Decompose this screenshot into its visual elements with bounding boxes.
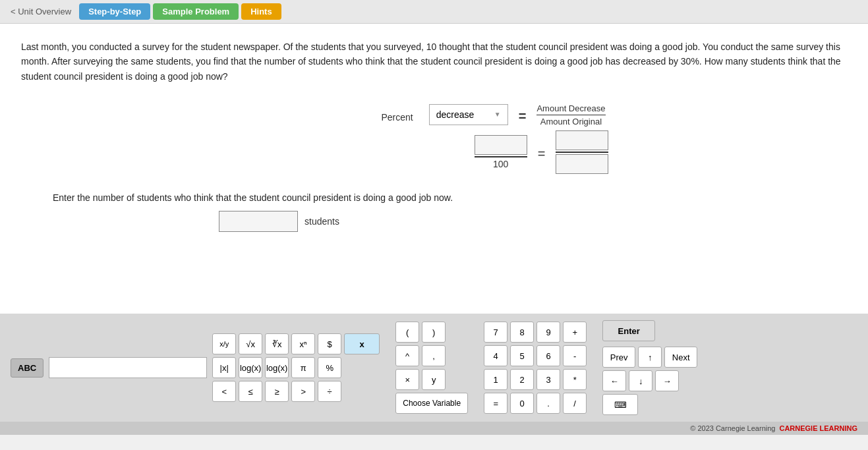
left-fraction: 100 bbox=[475, 135, 527, 169]
divide-key[interactable]: ÷ bbox=[318, 381, 341, 402]
key-7[interactable]: 7 bbox=[484, 322, 507, 343]
rhs-fraction-line bbox=[556, 152, 608, 153]
sample-problem-button[interactable]: Sample Problem bbox=[153, 3, 239, 20]
percent-label: Percent bbox=[382, 112, 419, 123]
decrease-dropdown[interactable]: decrease ▼ bbox=[429, 104, 508, 125]
brand-text: CARNEGIE LEARNING bbox=[779, 424, 857, 432]
caret-key[interactable]: ^ bbox=[395, 345, 419, 366]
log-key[interactable]: log(x) bbox=[239, 357, 262, 378]
key-3[interactable]: 3 bbox=[536, 369, 560, 390]
multiply-key[interactable]: × bbox=[395, 369, 419, 390]
unit-overview-link[interactable]: < Unit Overview bbox=[5, 4, 76, 19]
sqrt-key[interactable]: √x bbox=[239, 333, 262, 354]
problem-text: Last month, you conducted a survey for t… bbox=[21, 40, 845, 84]
percent-numerator-input[interactable] bbox=[475, 135, 527, 155]
students-label: students bbox=[304, 216, 339, 227]
copyright-text: © 2023 Carnegie Learning bbox=[690, 424, 775, 432]
enter-button[interactable]: Enter bbox=[602, 320, 655, 341]
key-0[interactable]: 0 bbox=[510, 393, 534, 414]
math-keys-group: x/y √x ∛x xⁿ $ x |x| log(x) log(x) π % <… bbox=[212, 333, 380, 402]
carnegie-logo: © 2023 Carnegie Learning CARNEGIE LEARNI… bbox=[690, 424, 857, 432]
down-arrow-key[interactable]: ↓ bbox=[629, 370, 652, 391]
key-equals[interactable]: = bbox=[484, 393, 507, 414]
power-key[interactable]: xⁿ bbox=[291, 333, 315, 354]
prev-button[interactable]: Prev bbox=[602, 347, 635, 368]
up-arrow-key[interactable]: ↑ bbox=[638, 347, 662, 368]
fraction-bottom-100: 100 bbox=[493, 159, 508, 169]
instruction-text: Enter the number of students who think t… bbox=[21, 192, 847, 203]
key-5[interactable]: 5 bbox=[510, 345, 534, 366]
main-content: Last month, you conducted a survey for t… bbox=[0, 24, 868, 314]
bottom-bar: © 2023 Carnegie Learning CARNEGIE LEARNI… bbox=[0, 422, 868, 435]
open-paren-key[interactable]: ( bbox=[395, 322, 419, 343]
top-navigation: < Unit Overview Step-by-Step Sample Prob… bbox=[0, 0, 868, 24]
fraction-divider bbox=[475, 156, 527, 157]
variable-x-key[interactable]: x bbox=[344, 333, 380, 354]
abs-key[interactable]: |x| bbox=[212, 357, 236, 378]
key-slash[interactable]: / bbox=[563, 393, 587, 414]
log10-key[interactable]: log(x) bbox=[265, 357, 289, 378]
dollar-key[interactable]: $ bbox=[318, 333, 341, 354]
greater-than-key[interactable]: > bbox=[291, 381, 315, 402]
pi-key[interactable]: π bbox=[291, 357, 315, 378]
y-key[interactable]: y bbox=[422, 369, 446, 390]
key-dot[interactable]: . bbox=[536, 393, 560, 414]
fraction-key[interactable]: x/y bbox=[212, 333, 236, 354]
key-6[interactable]: 6 bbox=[536, 345, 560, 366]
key-9[interactable]: 9 bbox=[536, 322, 560, 343]
rhs-denominator-input[interactable] bbox=[556, 154, 608, 174]
left-arrow-key[interactable]: ← bbox=[602, 370, 626, 391]
keyboard-icon-button[interactable]: ⌨ bbox=[602, 394, 638, 415]
rhs-numerator-input[interactable] bbox=[556, 130, 608, 150]
comma-key[interactable]: , bbox=[422, 345, 446, 366]
leq-key[interactable]: ≤ bbox=[239, 381, 262, 402]
students-input[interactable] bbox=[219, 211, 298, 232]
close-paren-key[interactable]: ) bbox=[422, 322, 446, 343]
choose-variable-button[interactable]: Choose Variable bbox=[395, 393, 468, 414]
keyboard-text-input[interactable] bbox=[49, 357, 207, 378]
step-by-step-button[interactable]: Step-by-Step bbox=[79, 3, 150, 20]
equals-sign-1: = bbox=[519, 109, 527, 124]
formula-fraction-label: Amount Decrease Amount Original bbox=[536, 103, 605, 127]
hints-button[interactable]: Hints bbox=[241, 3, 281, 20]
key-asterisk[interactable]: * bbox=[563, 369, 587, 390]
right-arrow-key[interactable]: → bbox=[655, 370, 679, 391]
students-input-row: students bbox=[21, 211, 847, 232]
geq-key[interactable]: ≥ bbox=[265, 381, 289, 402]
abc-button[interactable]: ABC bbox=[11, 358, 43, 378]
key-minus[interactable]: - bbox=[563, 345, 587, 366]
keyboard-area: ABC x/y √x ∛x xⁿ $ x |x| log(x) log(x) π… bbox=[0, 314, 868, 422]
right-fraction bbox=[556, 130, 608, 174]
paren-group: ( ) ^ , × y Choose Variable bbox=[395, 322, 468, 414]
key-8[interactable]: 8 bbox=[510, 322, 534, 343]
cbrt-key[interactable]: ∛x bbox=[265, 333, 289, 354]
numpad-group: 7 8 9 + 4 5 6 - 1 2 3 * = 0 . / bbox=[484, 322, 587, 414]
equals-sign-2: = bbox=[538, 146, 546, 161]
percent-key[interactable]: % bbox=[318, 357, 341, 378]
key-1[interactable]: 1 bbox=[484, 369, 507, 390]
dropdown-arrow-icon: ▼ bbox=[494, 111, 501, 118]
key-4[interactable]: 4 bbox=[484, 345, 507, 366]
next-button[interactable]: Next bbox=[664, 347, 697, 368]
nav-group: Enter Prev ↑ Next ← ↓ → ⌨ bbox=[602, 320, 697, 415]
less-than-key[interactable]: < bbox=[212, 381, 236, 402]
key-2[interactable]: 2 bbox=[510, 369, 534, 390]
key-plus[interactable]: + bbox=[563, 322, 587, 343]
